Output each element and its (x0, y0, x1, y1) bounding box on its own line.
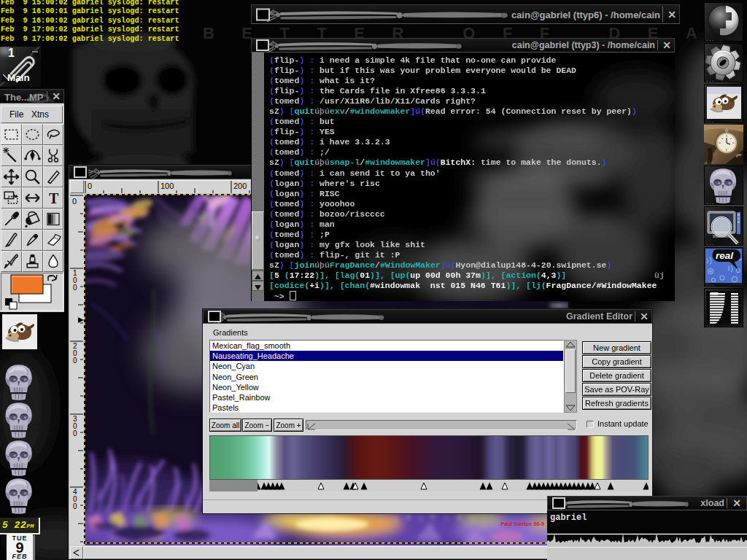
svg-text:Paul Santos 96-9: Paul Santos 96-9 (500, 521, 544, 527)
svg-text:0: 0 (73, 357, 77, 365)
svg-text:0: 0 (88, 182, 92, 190)
svg-text:200: 200 (233, 182, 247, 190)
svg-text:real: real (716, 250, 733, 261)
svg-text:0: 0 (73, 502, 77, 510)
svg-text:0: 0 (73, 284, 77, 292)
svg-text:100: 100 (160, 182, 174, 190)
svg-text:T: T (49, 190, 59, 206)
svg-text:0: 0 (73, 429, 77, 438)
svg-text:0: 0 (72, 197, 77, 206)
